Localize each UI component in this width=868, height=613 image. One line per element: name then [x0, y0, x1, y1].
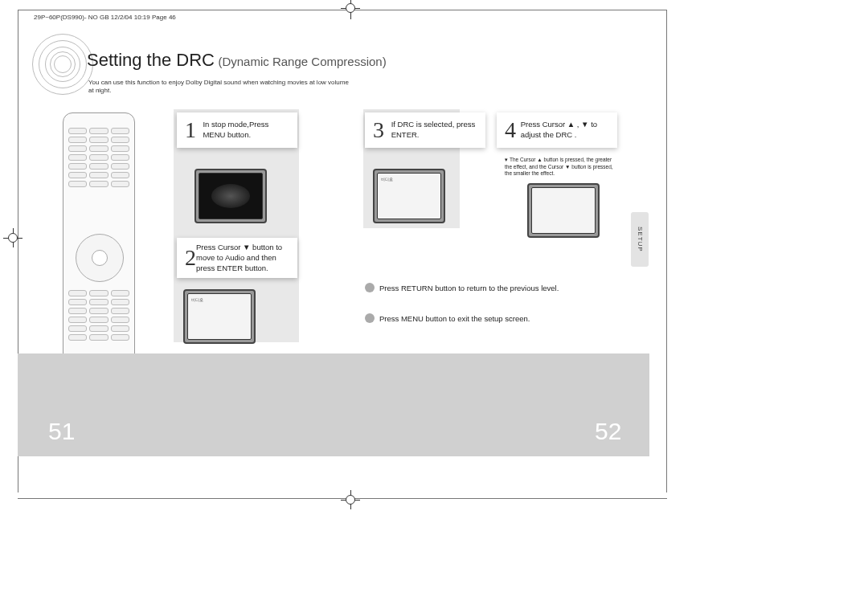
step-text: Press Cursor ▲ , ▼ to adjust the DRC . — [521, 120, 609, 141]
osd-text: 비디오 — [381, 177, 393, 182]
title-description: You can use this function to enjoy Dolby… — [88, 79, 354, 96]
tv-screenshot-4 — [527, 183, 600, 238]
print-header: 29P~60P(DS990)- NO GB 12/2/04 10:19 Page… — [34, 14, 176, 21]
title-sub: (Dynamic Range Compression) — [218, 55, 386, 68]
step-card-4: 4 Press Cursor ▲ , ▼ to adjust the DRC . — [497, 112, 617, 148]
step4-note: ▾The Cursor ▲ button is pressed, the gre… — [505, 157, 617, 177]
tv-screenshot-1 — [194, 169, 267, 223]
frame-rule — [18, 10, 667, 10]
step-text: Press Cursor ▼ button to move to Audio a… — [196, 243, 289, 273]
tv-screenshot-2: 비디오 — [183, 289, 256, 344]
bullet-icon: ▾ — [505, 157, 508, 162]
page-title: Setting the DRC (Dynamic Range Compressi… — [87, 50, 387, 71]
step-number: 3 — [373, 117, 391, 143]
crop-mark — [346, 3, 355, 13]
frame-rule — [666, 10, 667, 492]
step-card-2: 2 Press Cursor ▼ button to move to Audio… — [177, 238, 297, 278]
dot-icon — [365, 283, 375, 292]
remote-illustration — [63, 112, 135, 386]
menu-note: Press MENU button to exit the setup scre… — [365, 313, 530, 323]
crop-mark — [346, 495, 355, 505]
manual-spread: 29P~60P(DS990)- NO GB 12/2/04 10:19 Page… — [0, 0, 868, 613]
tv-screenshot-3: 비디오 — [373, 169, 445, 223]
step-card-3: 3 If DRC is selected, press ENTER. — [365, 112, 485, 148]
return-note: Press RETURN button to return to the pre… — [365, 283, 559, 292]
dot-icon — [365, 313, 375, 323]
osd-text: 비디오 — [191, 297, 203, 302]
decorative-swirl-icon — [32, 34, 93, 95]
page-number-left: 51 — [48, 418, 75, 445]
step-text: In stop mode,Press MENU button. — [203, 120, 289, 141]
step-card-1: 1 In stop mode,Press MENU button. — [177, 112, 297, 148]
step-number: 2 — [185, 245, 196, 271]
page-number-right: 52 — [595, 418, 621, 445]
title-main: Setting the DRC — [87, 50, 215, 70]
section-tab-setup: SETUP — [631, 212, 649, 267]
frame-rule — [18, 498, 667, 499]
footer-band — [18, 353, 649, 456]
crop-mark — [8, 233, 18, 243]
step-number: 4 — [505, 117, 521, 143]
step-number: 1 — [185, 117, 203, 143]
step-text: If DRC is selected, press ENTER. — [391, 120, 477, 141]
